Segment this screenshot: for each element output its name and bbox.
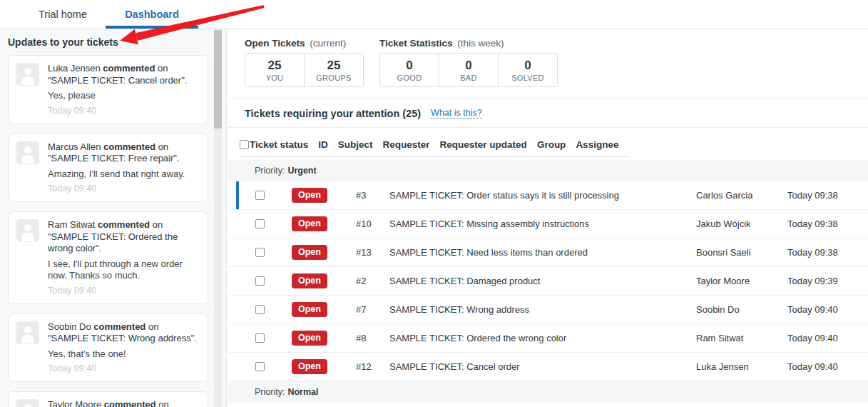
status-badge: Open	[292, 331, 327, 346]
main-content: Open Tickets (current) 25 YOU 25 GROUPS	[228, 29, 868, 407]
row-checkbox[interactable]	[255, 219, 265, 228]
stat-cell-solved[interactable]: 0 SOLVED	[498, 53, 558, 87]
attention-title: Tickets requiring your attention (25)	[245, 108, 421, 119]
update-card[interactable]: Ram Sitwat commented on "SAMPLE TICKET: …	[8, 211, 208, 304]
stats-row: Open Tickets (current) 25 YOU 25 GROUPS	[228, 29, 868, 87]
row-checkbox[interactable]	[255, 248, 265, 257]
card-message: Amazing, I'll send that right away.	[48, 169, 200, 181]
card-timestamp: Today 09:40	[48, 285, 200, 296]
active-tab-indicator	[106, 26, 198, 29]
requester-updated: Today 09:38	[787, 247, 838, 258]
status-badge: Open	[292, 302, 327, 317]
ticket-row[interactable]: Open #12 SAMPLE TICKET: Cancel order Luk…	[228, 353, 868, 381]
requester-updated: Today 09:40	[787, 361, 838, 372]
requester-name: Boonsri Saeli	[696, 247, 751, 258]
card-ticket: "SAMPLE TICKET: Free repair".	[48, 153, 180, 164]
stat-cell-groups[interactable]: 25 GROUPS	[304, 53, 364, 87]
person-icon	[16, 219, 39, 242]
ticket-subject[interactable]: SAMPLE TICKET: Damaged product	[389, 276, 540, 286]
column-header-assignee: Assignee	[576, 139, 618, 150]
person-icon	[16, 141, 39, 164]
ticket-row[interactable]: Open #2 SAMPLE TICKET: Damaged product T…	[228, 267, 868, 296]
priority-group-urgent: Priority: Urgent	[228, 160, 868, 181]
ticket-id: #10	[356, 218, 372, 229]
ticket-row[interactable]: Open #8 SAMPLE TICKET: Ordered the wrong…	[228, 324, 868, 353]
card-title: Luka Jensen commented on "SAMPLE TICKET:…	[48, 63, 200, 86]
ticket-id: #12	[356, 361, 372, 372]
ticket-statistics-stats: Ticket Statistics (this week) 0 GOOD 0 B…	[379, 38, 558, 87]
tab-trial-home-label: Trial home	[39, 9, 87, 20]
sidebar-scrollbar-thumb[interactable]	[214, 30, 222, 129]
status-badge: Open	[292, 188, 327, 203]
ticket-subject[interactable]: SAMPLE TICKET: Need less items than orde…	[389, 247, 588, 258]
ticket-statistics-title: Ticket Statistics	[379, 38, 453, 49]
unread-indicator	[236, 181, 239, 209]
update-card[interactable]: Luka Jensen commented on "SAMPLE TICKET:…	[8, 55, 208, 124]
stat-cell-good[interactable]: 0 GOOD	[379, 53, 439, 87]
open-tickets-title: Open Tickets	[245, 38, 305, 49]
row-checkbox[interactable]	[255, 276, 265, 286]
ticket-id: #3	[356, 190, 366, 201]
top-nav: Trial home Dashboard	[0, 0, 868, 29]
row-checkbox[interactable]	[255, 362, 265, 371]
requester-name: Luka Jensen	[696, 361, 749, 372]
requester-name: Ram Sitwat	[696, 333, 743, 343]
status-badge: Open	[292, 245, 327, 260]
person-icon	[16, 63, 39, 86]
what-is-this-link[interactable]: What is this?	[431, 108, 482, 119]
ticket-id: #2	[356, 276, 366, 286]
status-badge: Open	[292, 359, 327, 374]
ticket-id: #13	[356, 247, 372, 258]
row-checkbox[interactable]	[255, 333, 265, 343]
card-timestamp: Today 09:40	[48, 183, 200, 194]
requester-updated: Today 09:40	[787, 333, 838, 343]
row-checkbox[interactable]	[255, 305, 265, 314]
row-checkbox[interactable]	[255, 191, 265, 200]
card-ticket: "SAMPLE TICKET: Ordered the wrong color"…	[48, 231, 178, 254]
requester-updated: Today 09:38	[787, 190, 838, 201]
tab-trial-home[interactable]: Trial home	[27, 0, 98, 29]
update-card[interactable]: Taylor Moore commented on "SAMPLE TICKET…	[8, 391, 208, 407]
open-tickets-stats: Open Tickets (current) 25 YOU 25 GROUPS	[245, 38, 364, 87]
requester-updated: Today 09:38	[787, 218, 838, 229]
card-ticket: "SAMPLE TICKET: Wrong address".	[48, 333, 197, 343]
card-timestamp: Today 09:40	[48, 363, 200, 374]
stat-cell-you[interactable]: 25 YOU	[245, 53, 305, 87]
ticket-subject[interactable]: SAMPLE TICKET: Wrong address	[389, 304, 529, 315]
column-header-requester: Requester	[383, 139, 430, 150]
ticket-row[interactable]: Open #13 SAMPLE TICKET: Need less items …	[228, 238, 868, 267]
column-header-subject: Subject	[338, 139, 373, 150]
attention-heading-band: Tickets requiring your attention (25) Wh…	[228, 99, 868, 128]
ticket-subject[interactable]: SAMPLE TICKET: Ordered the wrong color	[389, 333, 566, 343]
card-message: Yes, please	[48, 90, 200, 102]
select-all-checkbox[interactable]	[240, 140, 249, 149]
card-title: Ram Sitwat commented on "SAMPLE TICKET: …	[48, 219, 200, 255]
dashboard-screen: Trial home Dashboard Updates to your tic…	[0, 0, 868, 407]
status-badge: Open	[292, 273, 327, 288]
card-title: Taylor Moore commented on "SAMPLE TICKET…	[48, 399, 200, 407]
update-card[interactable]: Soobin Do commented on "SAMPLE TICKET: W…	[8, 313, 208, 383]
ticket-row[interactable]: Open #10 SAMPLE TICKET: Missing assembly…	[228, 210, 868, 238]
update-card[interactable]: Marcus Allen commented on "SAMPLE TICKET…	[8, 134, 208, 203]
table-header-row: Ticket status ID Subject Requester Reque…	[240, 139, 628, 157]
card-ticket: "SAMPLE TICKET: Cancel order".	[48, 75, 187, 86]
ticket-statistics-subtitle: (this week)	[457, 38, 504, 49]
requester-updated: Today 09:39	[787, 276, 838, 286]
requester-updated: Today 09:40	[787, 304, 838, 315]
requester-name: Carlos Garcia	[696, 190, 752, 201]
sidebar-scrollbar-track	[214, 29, 222, 407]
priority-group-normal: Priority: Normal	[228, 381, 868, 403]
ticket-subject[interactable]: SAMPLE TICKET: Cancel order	[389, 361, 520, 372]
ticket-id: #7	[356, 304, 366, 315]
card-timestamp: Today 09:40	[48, 105, 200, 116]
status-badge: Open	[292, 216, 327, 231]
column-header-group: Group	[537, 139, 566, 150]
card-message: I see, I'll put through a new order now.…	[48, 258, 200, 282]
ticket-subject[interactable]: SAMPLE TICKET: Order status says it is s…	[389, 190, 619, 201]
tab-dashboard[interactable]: Dashboard	[106, 0, 198, 29]
ticket-row[interactable]: Open #7 SAMPLE TICKET: Wrong address Soo…	[228, 296, 868, 324]
ticket-subject[interactable]: SAMPLE TICKET: Missing assembly instruct…	[389, 218, 589, 229]
stat-cell-bad[interactable]: 0 BAD	[439, 53, 499, 87]
requester-name: Soobin Do	[696, 304, 740, 315]
ticket-row[interactable]: Open #3 SAMPLE TICKET: Order status says…	[228, 181, 868, 210]
